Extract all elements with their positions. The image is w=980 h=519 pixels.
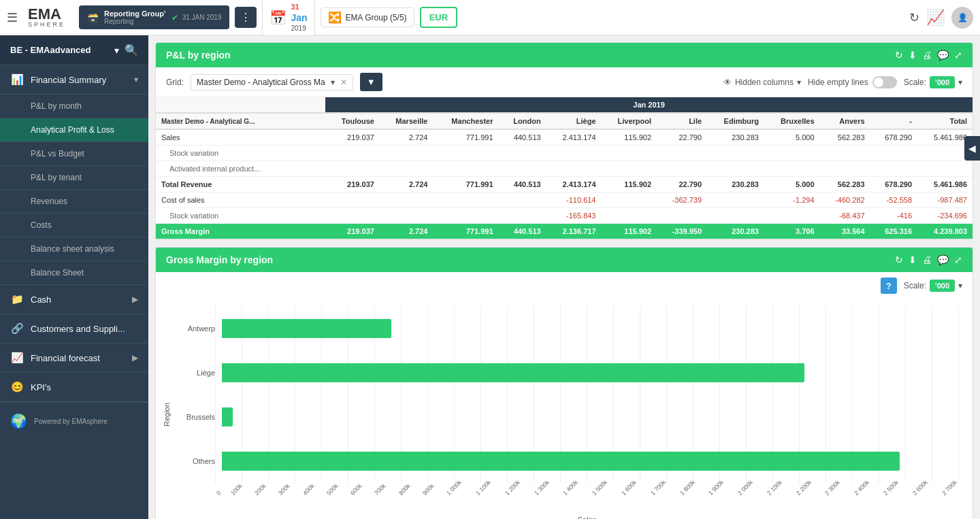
table-cell: -1.294 <box>764 192 820 208</box>
sidebar-arrow-forecast: ▶ <box>132 353 138 363</box>
chart-controls: ? Scale: '000 ▾ <box>156 272 973 299</box>
table-cell: -362.739 <box>657 192 707 208</box>
table-col-marseille: Marseille <box>380 113 434 129</box>
table-header-label <box>156 97 325 113</box>
reporting-info: Reporting Group' Reporting <box>104 10 166 25</box>
sidebar-item-cash[interactable]: 📁 Cash ▶ <box>0 285 148 314</box>
table-cell <box>433 146 498 161</box>
sidebar-item-revenues[interactable]: Revenues <box>0 190 148 214</box>
pl-panel-actions: ↻ ⬇ 🖨 💬 ⤢ <box>895 50 962 61</box>
filter-button[interactable]: ▼ <box>360 73 382 91</box>
database-icon: 🗃️ <box>87 12 99 23</box>
x-axis-tick: 900k <box>421 482 436 497</box>
scale-chevron-icon[interactable]: ▾ <box>958 78 962 87</box>
table-cell: 562.283 <box>820 129 870 146</box>
hide-empty-control: Hide empty lines <box>808 76 897 88</box>
pl-panel: P&L by region ↻ ⬇ 🖨 💬 ⤢ Grid: Master Dem… <box>155 42 973 240</box>
sidebar-item-pl-by-tenant[interactable]: P&L by tenant <box>0 166 148 190</box>
gm-print-icon[interactable]: 🖨 <box>922 254 932 265</box>
grid-clear-icon[interactable]: ✕ <box>340 78 347 87</box>
table-cell: 5.461.986 <box>917 177 973 192</box>
hidden-columns-toggle[interactable]: 👁 Hidden columns ▾ <box>723 78 801 87</box>
table-cell: 678.290 <box>870 177 917 192</box>
table-cell: 2.724 <box>380 129 434 146</box>
logo-text: EMASPHERE <box>28 7 65 28</box>
right-panel-toggle[interactable]: ◀ <box>964 136 980 161</box>
sidebar-item-balance-sheet[interactable]: Balance Sheet <box>0 261 148 285</box>
x-axis-tick: 400k <box>301 482 316 497</box>
gm-refresh-icon[interactable]: ↻ <box>895 254 903 265</box>
gm-expand-icon[interactable]: ⤢ <box>954 254 962 265</box>
export-icon[interactable]: ⬇ <box>909 50 917 61</box>
sidebar-item-pl-vs-budget[interactable]: P&L vs Budget <box>0 142 148 166</box>
x-axis-tick: 600k <box>349 482 363 497</box>
sidebar-item-costs[interactable]: Costs <box>0 214 148 237</box>
table-cell <box>499 161 546 177</box>
table-cell <box>325 208 380 224</box>
kpi-icon: 😊 <box>10 381 24 393</box>
table-cell: 625.316 <box>870 224 917 239</box>
chart-icon[interactable]: 📈 <box>926 9 945 27</box>
table-cell: 771.991 <box>433 129 498 146</box>
bar-row: Antwerp <box>174 314 959 344</box>
bar-row: Brussels <box>174 402 959 432</box>
table-cell: 219.037 <box>325 224 380 239</box>
table-col-liverpool: Liverpool <box>602 113 657 129</box>
table-cell-label: Gross Margin <box>156 224 325 239</box>
sidebar-item-financial-summary[interactable]: 📊 Financial Summary ▾ <box>0 65 148 95</box>
table-cell <box>380 161 434 177</box>
expand-icon[interactable]: ⤢ <box>954 50 962 61</box>
sidebar-item-financial-forecast[interactable]: 📈 Financial forecast ▶ <box>0 344 148 373</box>
hamburger-menu[interactable]: ☰ <box>7 10 18 25</box>
gm-comment-icon[interactable]: 💬 <box>937 254 949 265</box>
gross-margin-panel-title: Gross Margin by region <box>166 254 895 265</box>
chart-inner: AntwerpLiègeBrusselsOthers 0100k200k300k… <box>174 306 959 519</box>
sidebar-item-customers[interactable]: 🔗 Customers and Suppli... <box>0 314 148 344</box>
user-avatar[interactable]: 👤 <box>951 7 973 29</box>
table-cell <box>707 192 764 208</box>
sidebar-item-pl-by-month[interactable]: P&L by month <box>0 95 148 118</box>
chart-scale-chevron[interactable]: ▾ <box>958 281 962 290</box>
sidebar-label-balance-sheet: Balance Sheet <box>31 268 84 278</box>
sidebar-arrow-financial-summary: ▾ <box>134 75 138 84</box>
table-cell: 4.239.803 <box>917 224 973 239</box>
company-chevron[interactable]: ▾ <box>114 45 119 56</box>
help-button[interactable]: ? <box>881 278 897 294</box>
print-icon[interactable]: 🖨 <box>922 50 932 61</box>
sidebar-footer: 🌍 Powered by EMAsphere <box>0 402 148 439</box>
grid-value: Master Demo - Analytical Gross Ma <box>197 78 325 87</box>
sidebar-item-analytical-pl[interactable]: Analytical Profit & Loss <box>0 118 148 142</box>
date-selector-button[interactable]: 📅 31 Jan 2019 <box>262 0 314 36</box>
table-cell <box>820 146 870 161</box>
date-year: 2019 <box>291 24 307 33</box>
sidebar-item-kpis[interactable]: 😊 KPI's <box>0 373 148 402</box>
network-selector-button[interactable]: 🔀 EMA Group (5/5) <box>321 7 414 27</box>
table-cell: 230.283 <box>707 224 764 239</box>
table-cell: 678.290 <box>870 129 917 146</box>
reporting-group-button[interactable]: 🗃️ Reporting Group' Reporting ✔ 31 JAN 2… <box>79 5 229 29</box>
x-axis-tick: 500k <box>325 482 340 497</box>
comment-icon[interactable]: 💬 <box>937 50 949 61</box>
hide-empty-toggle[interactable] <box>872 76 897 88</box>
sidebar-search-icon[interactable]: 🔍 <box>125 44 138 56</box>
y-axis-label: Region <box>163 306 171 519</box>
logo-area: EMASPHERE <box>28 7 65 28</box>
hidden-cols-label: Hidden columns <box>735 78 794 87</box>
table-cell <box>917 161 973 177</box>
check-icon: ✔ <box>172 13 178 22</box>
refresh-panel-icon[interactable]: ↻ <box>895 50 903 61</box>
refresh-icon[interactable]: ↻ <box>909 10 919 25</box>
more-options-button[interactable]: ⋮ <box>235 7 257 28</box>
table-cell-label: Cost of sales <box>156 192 325 208</box>
table-cell <box>657 208 707 224</box>
sidebar-item-balance-sheet-analysis[interactable]: Balance sheet analysis <box>0 237 148 261</box>
link-icon: 🔗 <box>10 322 24 335</box>
bar-chart: AntwerpLiègeBrusselsOthers <box>174 306 959 483</box>
folder-icon: 📁 <box>10 293 24 305</box>
header-right-actions: ↻ 📈 👤 <box>909 7 973 29</box>
table-cell: 562.283 <box>820 177 870 192</box>
grid-selector[interactable]: Master Demo - Analytical Gross Ma ▾ ✕ <box>191 74 353 90</box>
currency-button[interactable]: EUR <box>420 7 457 28</box>
gross-margin-panel: Gross Margin by region ↻ ⬇ 🖨 💬 ⤢ ? Scale… <box>155 247 973 519</box>
gm-export-icon[interactable]: ⬇ <box>909 254 917 265</box>
